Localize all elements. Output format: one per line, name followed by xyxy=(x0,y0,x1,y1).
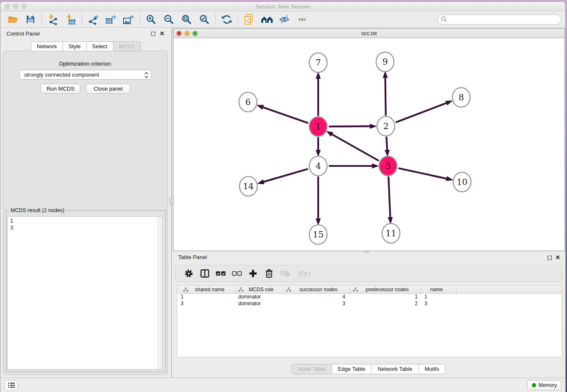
mcds-result-title: MCDS result (2 nodes) xyxy=(9,207,66,213)
flatten-icon xyxy=(286,287,291,292)
graph-edge-4-14[interactable] xyxy=(261,169,308,183)
table-row[interactable]: 1 dominator 4 1 1 xyxy=(177,294,561,301)
graph-edge-1-6[interactable] xyxy=(260,106,308,123)
column-header-predecessor-nodes[interactable]: predecessor nodes xyxy=(350,286,421,293)
table-panel: Table Panel ✕ xyxy=(172,251,565,378)
result-item[interactable]: 1 xyxy=(10,218,162,224)
export-table-icon[interactable] xyxy=(105,13,117,26)
table-type-tabs: Node Table Edge Table Network Table Moti… xyxy=(292,364,446,374)
graph-edge-2-8[interactable] xyxy=(396,102,449,122)
float-panel-icon[interactable] xyxy=(151,32,155,36)
tab-edge-table[interactable]: Edge Table xyxy=(332,364,372,374)
node-table: shared name MCDS role successor nodes pr… xyxy=(177,285,562,357)
graph-edge-3-1[interactable] xyxy=(329,133,379,161)
search-input[interactable] xyxy=(447,15,561,24)
show-details-icon[interactable] xyxy=(296,13,309,26)
mcds-panel: Optimization criterion: strongly connect… xyxy=(3,51,168,375)
mcds-result-group: MCDS result (2 nodes) 1 3 xyxy=(6,210,166,372)
graph-node-label-8: 8 xyxy=(459,92,464,102)
zoom-in-icon[interactable] xyxy=(145,13,157,26)
graph-edge-2-9[interactable] xyxy=(385,75,385,116)
flatten-icon xyxy=(238,287,243,292)
memory-label: Memory xyxy=(539,382,557,388)
toolbar-separator xyxy=(215,14,216,25)
graph-edge-2-3[interactable] xyxy=(386,137,387,153)
tab-style[interactable]: Style xyxy=(63,41,87,51)
toolbar-separator xyxy=(41,14,42,25)
settings-gear-icon[interactable] xyxy=(183,268,194,279)
import-table-icon[interactable] xyxy=(64,13,77,26)
zoom-out-icon[interactable] xyxy=(162,13,175,26)
tab-select[interactable]: Select xyxy=(87,41,113,51)
horizontal-splitter-grip[interactable] xyxy=(364,250,369,253)
tab-network-table[interactable]: Network Table xyxy=(372,364,418,374)
graph-node-label-11: 11 xyxy=(385,228,396,238)
main-toolbar xyxy=(0,11,565,28)
close-panel-button[interactable]: Close panel xyxy=(86,84,130,94)
home-layout-icon[interactable] xyxy=(261,13,273,26)
memory-button[interactable]: Memory xyxy=(527,380,561,390)
column-header-successor-nodes[interactable]: successor nodes xyxy=(284,286,350,293)
flatten-icon xyxy=(353,287,358,292)
zoom-selected-icon[interactable] xyxy=(198,13,211,26)
graph-edge-1-2[interactable] xyxy=(329,126,373,127)
list-icon xyxy=(8,382,15,389)
refresh-icon[interactable] xyxy=(220,13,233,26)
run-mcds-button[interactable]: Run MCDS xyxy=(41,84,80,94)
criterion-select[interactable]: strongly connected component xyxy=(19,70,151,80)
delete-column-icon[interactable] xyxy=(264,268,275,279)
table-header-row: shared name MCDS role successor nodes pr… xyxy=(177,286,561,294)
table-panel-title: Table Panel xyxy=(178,254,207,260)
table-row[interactable]: 3 dominator 3 2 3 xyxy=(177,301,561,307)
control-panel: Control Panel ✕ Network Style Select MCD… xyxy=(0,28,171,378)
zoom-fit-icon[interactable] xyxy=(180,13,193,26)
show-column-panel-icon[interactable] xyxy=(199,268,210,279)
save-session-icon[interactable] xyxy=(24,13,37,26)
graph-node-label-9: 9 xyxy=(383,57,388,67)
network-from-selection-icon[interactable] xyxy=(243,13,256,26)
title-bar: Session: New Session xyxy=(0,2,565,11)
select-stepper-icon xyxy=(144,72,149,81)
close-table-panel-icon[interactable]: ✕ xyxy=(555,254,560,261)
tab-network[interactable]: Network xyxy=(31,41,63,51)
graph-node-label-6: 6 xyxy=(245,97,251,107)
column-header-name[interactable]: name xyxy=(421,286,457,293)
graph-node-label-1: 1 xyxy=(316,121,321,132)
column-header-shared-name[interactable]: shared name xyxy=(177,286,236,293)
search-field[interactable] xyxy=(438,14,561,25)
tab-mcds[interactable]: MCDS xyxy=(113,41,141,51)
import-network-icon[interactable] xyxy=(47,13,59,26)
flatten-icon xyxy=(183,287,188,292)
graph-node-label-15: 15 xyxy=(313,229,323,240)
table-toolbar: f(x) xyxy=(175,265,562,282)
tab-motifs[interactable]: Motifs xyxy=(418,364,446,374)
network-view-window: ✕ − + scc.txt 7968124314101511 xyxy=(173,28,565,251)
network-graph[interactable]: 7968124314101511 xyxy=(173,38,564,251)
column-header-mcds-role[interactable]: MCDS role xyxy=(236,286,284,293)
graph-node-label-2: 2 xyxy=(383,121,389,131)
add-column-icon[interactable] xyxy=(248,268,259,279)
graph-edge-3-11[interactable] xyxy=(388,177,391,221)
open-session-icon[interactable] xyxy=(6,13,19,26)
mcds-result-list[interactable]: 1 3 xyxy=(7,216,162,370)
graph-edge-3-10[interactable] xyxy=(398,168,449,179)
result-item[interactable]: 3 xyxy=(10,224,162,231)
result-scrollbar[interactable] xyxy=(157,217,162,369)
toolbar-separator xyxy=(140,14,140,25)
network-window-titlebar[interactable]: ✕ − + scc.txt xyxy=(173,29,564,38)
select-all-checks-icon[interactable] xyxy=(215,268,226,279)
close-panel-icon[interactable]: ✕ xyxy=(160,30,165,37)
tab-node-table[interactable]: Node Table xyxy=(292,364,332,374)
control-panel-title: Control Panel xyxy=(6,30,40,37)
export-network-icon[interactable] xyxy=(87,13,99,26)
deselect-all-checks-icon[interactable] xyxy=(231,268,242,279)
float-table-panel-icon[interactable] xyxy=(548,256,552,260)
graph-node-label-14: 14 xyxy=(243,181,253,191)
function-builder-icon: f(x) xyxy=(296,268,312,279)
export-image-icon[interactable] xyxy=(122,13,135,26)
task-history-button[interactable] xyxy=(5,380,18,390)
toolbar-separator xyxy=(82,14,82,25)
hide-details-icon[interactable] xyxy=(278,13,291,26)
search-icon xyxy=(441,16,447,22)
network-title: scc.txt xyxy=(173,29,564,38)
